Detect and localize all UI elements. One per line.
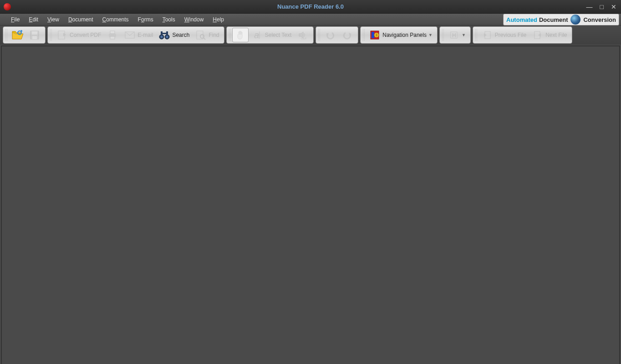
read-aloud-button[interactable]: OUT <box>294 28 311 42</box>
grip-icon <box>318 29 321 41</box>
grip-icon <box>362 29 365 41</box>
binoculars-icon <box>158 29 170 41</box>
nav-panels-label: Navigation Panels <box>382 32 427 38</box>
branding-automated: Automated <box>506 16 537 23</box>
convert-pdf-label: Convert PDF <box>70 32 101 38</box>
select-text-button[interactable]: a Select Text <box>249 28 294 42</box>
svg-rect-22 <box>372 32 374 38</box>
convert-pdf-button[interactable]: Convert PDF <box>53 28 104 42</box>
print-button[interactable] <box>104 28 121 42</box>
minimize-button[interactable]: — <box>585 3 595 10</box>
find-label: Find <box>209 32 219 38</box>
grip-icon <box>442 29 444 41</box>
highlight-icon: H <box>448 29 460 41</box>
window-controls: — □ ✕ <box>585 3 618 10</box>
menu-window[interactable]: Window <box>180 15 209 25</box>
tool-group-file <box>3 26 46 44</box>
svg-rect-1 <box>32 31 37 35</box>
window-title: Nuance PDF Reader 6.0 <box>277 3 344 10</box>
save-icon <box>29 29 41 41</box>
menu-file[interactable]: File <box>6 15 24 25</box>
svg-rect-2 <box>32 36 37 39</box>
search-button[interactable]: Search <box>156 28 192 42</box>
svg-text:a: a <box>254 30 259 40</box>
previous-file-button[interactable]: Previous File <box>478 28 529 42</box>
email-icon <box>124 29 136 41</box>
svg-rect-5 <box>110 31 115 34</box>
titlebar: Nuance PDF Reader 6.0 — □ ✕ <box>0 0 621 14</box>
email-label: E-mail <box>137 32 153 38</box>
svg-line-17 <box>204 38 205 40</box>
previous-file-icon <box>481 29 493 41</box>
document-viewport <box>1 46 620 364</box>
undo-button[interactable] <box>321 28 339 42</box>
highlight-button[interactable]: H ▼ <box>445 28 468 42</box>
svg-rect-11 <box>166 31 168 35</box>
menu-tools[interactable]: Tools <box>158 15 180 25</box>
redo-button[interactable] <box>339 28 356 42</box>
hand-icon <box>234 29 246 41</box>
undo-icon <box>324 29 336 41</box>
grip-icon <box>475 29 478 41</box>
convert-pdf-icon <box>56 29 68 41</box>
redo-icon <box>341 29 353 41</box>
chevron-down-icon: ▼ <box>462 33 466 37</box>
email-button[interactable]: E-mail <box>121 28 156 42</box>
branding-conversion: Conversion <box>583 16 616 23</box>
svg-rect-10 <box>161 31 163 35</box>
svg-text:H: H <box>452 32 456 39</box>
tool-group-filestep: Previous File Next File <box>473 26 572 44</box>
tool-group-select: a Select Text OUT <box>226 26 314 44</box>
menu-help[interactable]: Help <box>208 15 229 25</box>
save-button[interactable] <box>26 28 43 42</box>
toolbar: Convert PDF E-mail Search Find <box>0 25 621 45</box>
app-icon <box>4 3 11 10</box>
svg-point-13 <box>161 36 163 38</box>
tool-group-actions: Convert PDF E-mail Search Find <box>47 26 224 44</box>
grip-icon <box>229 29 231 41</box>
navigation-panels-button[interactable]: Navigation Panels ▼ <box>366 28 435 42</box>
svg-point-14 <box>166 36 168 38</box>
branding-banner[interactable]: Automated Document Conversion <box>503 14 619 25</box>
branding-document: Document <box>539 16 568 23</box>
speaker-icon: OUT <box>297 29 309 41</box>
menu-document[interactable]: Document <box>64 15 98 25</box>
open-folder-icon <box>11 29 23 41</box>
svg-text:OUT: OUT <box>301 37 307 40</box>
grip-icon <box>5 29 8 41</box>
find-icon <box>195 29 207 41</box>
next-file-icon <box>532 29 544 41</box>
tool-group-undo <box>316 26 358 44</box>
find-button[interactable]: Find <box>192 28 222 42</box>
svg-rect-12 <box>163 33 166 34</box>
hand-tool-button[interactable] <box>232 28 249 42</box>
print-icon <box>107 29 118 41</box>
globe-icon <box>570 15 580 25</box>
grip-icon <box>50 29 52 41</box>
next-file-button[interactable]: Next File <box>529 28 570 42</box>
chevron-down-icon: ▼ <box>428 33 433 37</box>
select-text-icon: a <box>251 29 263 41</box>
menu-edit[interactable]: Edit <box>24 15 43 25</box>
menubar: File Edit View Document Comments Forms T… <box>0 14 621 25</box>
tool-group-nav: Navigation Panels ▼ <box>360 26 438 44</box>
tool-group-highlight: H ▼ <box>439 26 471 44</box>
open-button[interactable] <box>9 28 26 42</box>
menu-comments[interactable]: Comments <box>98 15 133 25</box>
next-file-label: Next File <box>545 32 567 38</box>
close-button[interactable]: ✕ <box>609 3 618 10</box>
previous-file-label: Previous File <box>495 32 526 38</box>
svg-rect-6 <box>110 36 115 39</box>
search-label: Search <box>172 32 189 38</box>
nav-panels-icon <box>369 29 381 41</box>
select-text-label: Select Text <box>265 32 291 38</box>
maximize-button[interactable]: □ <box>598 3 606 10</box>
menu-forms[interactable]: Forms <box>133 15 158 25</box>
menu-view[interactable]: View <box>43 15 64 25</box>
